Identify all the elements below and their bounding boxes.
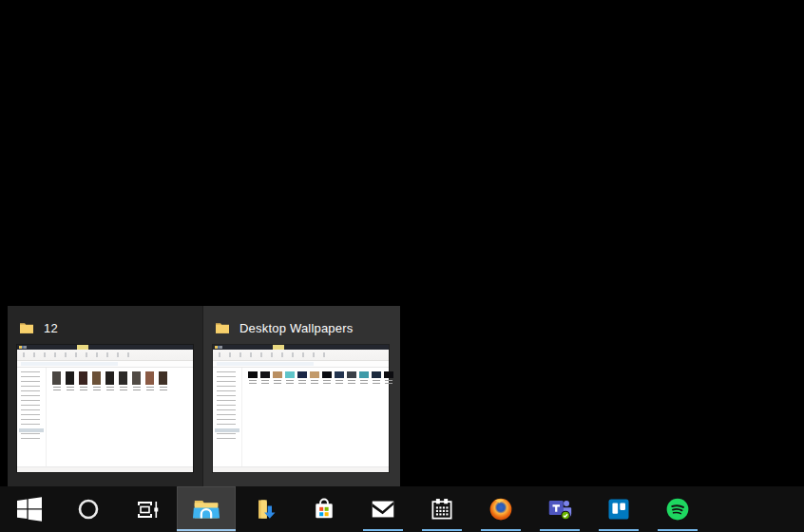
downloads-folder-icon	[252, 496, 278, 522]
mini-file-thumbnail	[260, 371, 270, 384]
mini-file-thumbnail	[92, 371, 101, 390]
mini-file-thumbnail	[105, 371, 114, 390]
teams-icon	[546, 495, 574, 523]
mini-file-thumbnail	[322, 371, 332, 384]
preview-cell-12[interactable]: 12	[8, 306, 202, 486]
mini-navigation-pane	[213, 368, 242, 466]
taskbar-button-spotify[interactable]	[648, 486, 707, 532]
mini-file-thumbnail	[347, 371, 356, 384]
mini-file-thumbnail	[310, 371, 319, 384]
taskbar-button-cortana[interactable]	[59, 486, 118, 532]
mini-status-bar	[213, 466, 389, 472]
mini-titlebar	[17, 345, 193, 350]
mini-address-bar	[17, 361, 193, 368]
preview-header: 12	[17, 314, 193, 342]
mini-file-thumbnails	[248, 371, 393, 384]
task-view-icon	[135, 497, 160, 522]
preview-header: Desktop Wallpapers	[213, 314, 391, 342]
spotify-icon	[664, 496, 691, 522]
taskbar-button-start[interactable]	[0, 486, 59, 532]
mini-file-thumbnail	[159, 371, 167, 390]
mini-file-thumbnail	[359, 371, 369, 384]
taskbar-preview-flyout: 12 Desktop Wallpapers	[8, 306, 400, 486]
mini-address-bar	[213, 361, 389, 368]
taskbar-button-task-view[interactable]	[118, 486, 177, 532]
window-thumbnail	[17, 345, 193, 472]
mini-status-bar	[17, 466, 193, 472]
firefox-icon	[488, 496, 514, 522]
window-thumbnail	[213, 345, 389, 472]
taskbar-button-calendar[interactable]	[412, 486, 471, 532]
taskbar-button-downloads-folder[interactable]	[236, 486, 295, 532]
folder-icon	[215, 320, 230, 335]
mini-file-thumbnail	[79, 371, 87, 390]
mini-file-thumbnail	[335, 371, 344, 384]
mini-ribbon	[213, 350, 389, 361]
mail-icon	[369, 495, 397, 523]
mini-titlebar	[213, 345, 389, 350]
mini-window-body	[213, 368, 389, 466]
mini-file-thumbnail	[248, 371, 258, 384]
start-icon	[17, 497, 42, 522]
taskbar-button-trello[interactable]	[589, 486, 648, 532]
mini-file-thumbnail	[384, 371, 393, 384]
mini-navigation-pane	[17, 368, 47, 466]
trello-icon	[605, 496, 632, 522]
mini-file-thumbnail	[52, 371, 61, 390]
file-explorer-icon	[192, 495, 220, 523]
mini-ribbon-tab	[77, 345, 88, 350]
mini-file-thumbnail	[372, 371, 381, 384]
taskbar-button-firefox[interactable]	[471, 486, 530, 532]
preview-title: Desktop Wallpapers	[239, 321, 353, 335]
taskbar-button-microsoft-store[interactable]	[295, 486, 354, 532]
taskbar-button-file-explorer[interactable]	[177, 486, 236, 532]
mini-file-thumbnail	[66, 371, 74, 390]
mini-file-thumbnail	[145, 371, 154, 390]
mini-ribbon-tab	[273, 345, 284, 350]
mini-file-thumbnail	[132, 371, 141, 390]
mini-file-thumbnail	[285, 371, 295, 384]
cortana-icon	[77, 498, 100, 521]
preview-title: 12	[44, 321, 58, 335]
mini-file-thumbnail	[119, 371, 127, 390]
calendar-icon	[429, 496, 455, 522]
mini-ribbon	[17, 350, 193, 361]
mini-window-body	[17, 368, 193, 466]
folder-icon	[19, 320, 34, 335]
mini-file-thumbnails	[52, 371, 193, 390]
mini-content-area	[47, 368, 193, 466]
microsoft-store-icon	[311, 496, 337, 522]
mini-file-thumbnail	[297, 371, 307, 384]
mini-content-area	[242, 368, 393, 466]
taskbar	[0, 486, 804, 532]
mini-file-thumbnail	[273, 371, 282, 384]
taskbar-button-mail[interactable]	[354, 486, 412, 532]
preview-cell-desktop-wallpapers[interactable]: Desktop Wallpapers	[203, 306, 400, 486]
taskbar-button-teams[interactable]	[530, 486, 589, 532]
